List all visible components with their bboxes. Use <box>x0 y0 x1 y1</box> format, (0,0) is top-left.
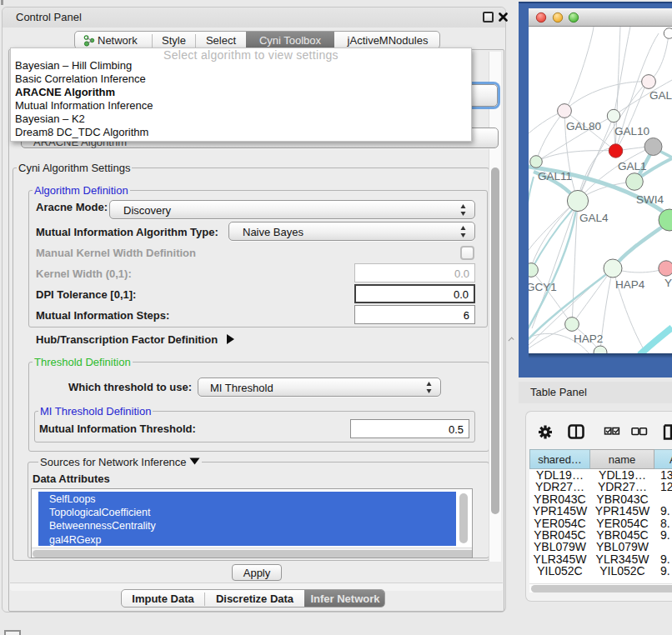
svg-text:GAL11: GAL11 <box>538 170 572 182</box>
svg-text:GAL10: GAL10 <box>614 125 649 138</box>
svg-text:YEL: YEL <box>664 277 672 289</box>
svg-text:HAP2: HAP2 <box>574 332 603 345</box>
svg-text:SWI4: SWI4 <box>636 193 664 206</box>
svg-text:GAL1: GAL1 <box>618 160 647 172</box>
svg-text:GAL2: GAL2 <box>649 89 672 102</box>
svg-text:GAL80: GAL80 <box>566 120 601 132</box>
svg-text:GCY1: GCY1 <box>529 281 557 293</box>
svg-text:GAL4: GAL4 <box>579 212 609 224</box>
svg-text:HAP4: HAP4 <box>615 278 645 291</box>
